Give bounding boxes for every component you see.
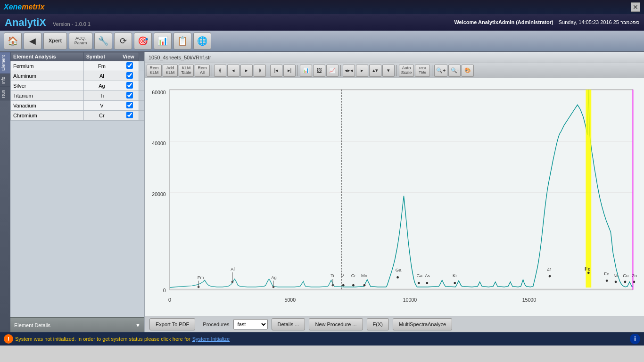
element-table: Element Analysis Symbol View Fermium Fm … xyxy=(10,52,144,317)
fx-button[interactable]: F(X) xyxy=(367,318,389,330)
svg-point-50 xyxy=(454,282,456,284)
svg-point-32 xyxy=(363,284,366,287)
start-edge-btn[interactable]: |◂ xyxy=(270,65,282,77)
svg-point-38 xyxy=(615,281,617,283)
element-checkbox[interactable] xyxy=(126,112,133,118)
element-symbol: Ti xyxy=(83,91,120,101)
klm-table-btn[interactable]: KLMTable xyxy=(179,65,194,77)
rem-all-btn[interactable]: RemAll xyxy=(195,65,210,77)
export-pdf-button[interactable]: Export To PDF xyxy=(149,318,195,330)
svg-text:0: 0 xyxy=(168,297,171,303)
info-tab[interactable]: Info xyxy=(0,74,10,87)
chart-area: 60000 40000 20000 0 0 5000 10000 15000 xyxy=(145,78,644,316)
tools-button[interactable]: 🔧 xyxy=(94,33,112,49)
element-checkbox-cell xyxy=(120,61,139,71)
element-checkbox[interactable] xyxy=(126,62,133,69)
element-details-label: Element Details xyxy=(14,322,50,328)
app-name: AnalytiX xyxy=(5,16,46,29)
element-symbol: Al xyxy=(83,71,120,81)
table-row: Chromium Cr xyxy=(11,111,144,121)
autoscale-btn[interactable]: AutoScale xyxy=(399,65,414,77)
end-edge-btn[interactable]: ▸| xyxy=(283,65,296,77)
chart-toolbar: RemKLM AddKLM KLMTable RemAll ⟪ ◂ ▸ ⟫ |◂… xyxy=(145,63,644,78)
svg-text:Ga: Ga xyxy=(396,267,402,272)
chart2-view-btn[interactable]: 📈 xyxy=(326,65,339,77)
element-name: Aluminum xyxy=(11,71,84,81)
svg-text:Ga: Ga xyxy=(417,273,423,278)
zoom-in-btn[interactable]: 🔍+ xyxy=(434,65,447,77)
col-symbol: Symbol xyxy=(83,52,120,61)
color-btn[interactable]: 🎨 xyxy=(462,65,474,77)
add-klm-btn[interactable]: AddKLM xyxy=(163,65,178,77)
report-button[interactable]: 📋 xyxy=(173,33,191,49)
table-row: Aluminum Al xyxy=(11,71,144,81)
first-btn[interactable]: ⟪ xyxy=(214,65,226,77)
zoom-out-btn[interactable]: 🔍- xyxy=(448,65,461,77)
back-button[interactable]: ◀ xyxy=(24,33,41,49)
svg-point-44 xyxy=(396,276,399,279)
element-name: Fermium xyxy=(11,61,84,71)
multi-spectra-button[interactable]: MultiSpectraAnalyze xyxy=(393,318,452,330)
details-button[interactable]: Details ... xyxy=(272,318,305,330)
element-checkbox[interactable] xyxy=(126,92,133,99)
svg-text:Zr: Zr xyxy=(547,266,551,272)
element-details-arrow: ▼ xyxy=(135,322,140,328)
svg-text:20000: 20000 xyxy=(152,191,165,197)
element-name: Silver xyxy=(11,81,84,91)
run-tab[interactable]: Run xyxy=(0,87,10,101)
svg-text:0: 0 xyxy=(163,288,166,293)
close-button[interactable]: ✕ xyxy=(631,2,640,12)
pan-left-btn[interactable]: ◂▸◂ xyxy=(343,65,355,77)
header: AnalytiX Version - 1.0.0.1 Welcome Analy… xyxy=(0,14,644,31)
element-symbol: Cr xyxy=(83,111,120,121)
element-checkbox[interactable] xyxy=(126,72,133,79)
table-row: Titanium Ti xyxy=(11,91,144,101)
rem-klm-btn[interactable]: RemKLM xyxy=(147,65,162,77)
svg-text:60000: 60000 xyxy=(152,90,165,95)
chart-button[interactable]: 📊 xyxy=(154,33,172,49)
svg-text:Kr: Kr xyxy=(453,273,457,278)
roi-btn[interactable]: ROITble xyxy=(415,65,430,77)
info-button[interactable]: i xyxy=(630,334,640,344)
zoom-y-btn[interactable]: ▴▾ xyxy=(369,65,381,77)
element-checkbox[interactable] xyxy=(126,82,133,89)
spectrum-view-btn[interactable]: 📊 xyxy=(300,65,312,77)
last-btn[interactable]: ⟫ xyxy=(254,65,266,77)
xpert-button[interactable]: Xpert xyxy=(43,33,67,49)
spectrum-chart[interactable]: 60000 40000 20000 0 0 5000 10000 15000 xyxy=(145,78,644,316)
svg-text:40000: 40000 xyxy=(152,140,165,146)
svg-point-36 xyxy=(606,280,608,282)
new-procedure-button[interactable]: New Procedure ... xyxy=(309,318,363,330)
svg-point-48 xyxy=(426,282,429,284)
svg-point-46 xyxy=(418,282,420,284)
sidebar-tabs: Element Info Run xyxy=(0,52,10,332)
toolbar: 🏠 ◀ Xpert ACQ.Param 🔧 ⟳ 🎯 📊 📋 🌐 xyxy=(0,31,644,52)
home-button[interactable]: 🏠 xyxy=(4,33,22,49)
svg-point-30 xyxy=(352,284,355,287)
svg-text:5000: 5000 xyxy=(285,297,296,303)
welcome-text: Welcome AnalytixAdmin (Administrator) xyxy=(454,19,553,25)
system-initialize-link[interactable]: System Initialize xyxy=(192,336,230,342)
refresh-button[interactable]: ⟳ xyxy=(114,33,132,49)
element-details[interactable]: Element Details ▼ xyxy=(10,317,144,332)
warning-icon: ! xyxy=(4,334,13,344)
element-checkbox-cell xyxy=(120,91,139,101)
main-area: Element Info Run Element Analysis Symbol… xyxy=(0,52,644,332)
svg-point-52 xyxy=(549,275,551,278)
next-btn[interactable]: ▸ xyxy=(240,65,253,77)
col-view: View xyxy=(120,52,139,61)
procedures-select[interactable]: fast standard slow xyxy=(233,319,268,329)
prev-btn[interactable]: ◂ xyxy=(227,65,239,77)
pan-right-btn[interactable]: ▸ xyxy=(356,65,368,77)
acq-param-button[interactable]: ACQ.Param xyxy=(69,33,92,49)
element-checkbox-cell xyxy=(120,71,139,81)
datetime-text: Sunday, 14:05:23 2016 25 ספטמבר xyxy=(559,19,639,25)
web-button[interactable]: 🌐 xyxy=(193,33,211,49)
status-message: System was not initialized. In order to … xyxy=(15,336,190,342)
target-button[interactable]: 🎯 xyxy=(134,33,152,49)
element-tab[interactable]: Element xyxy=(0,52,10,74)
element-checkbox[interactable] xyxy=(126,102,133,108)
image-view-btn[interactable]: 🖼 xyxy=(313,65,325,77)
zoom-down-btn[interactable]: ▾ xyxy=(382,65,395,77)
element-checkbox-cell xyxy=(120,101,139,111)
